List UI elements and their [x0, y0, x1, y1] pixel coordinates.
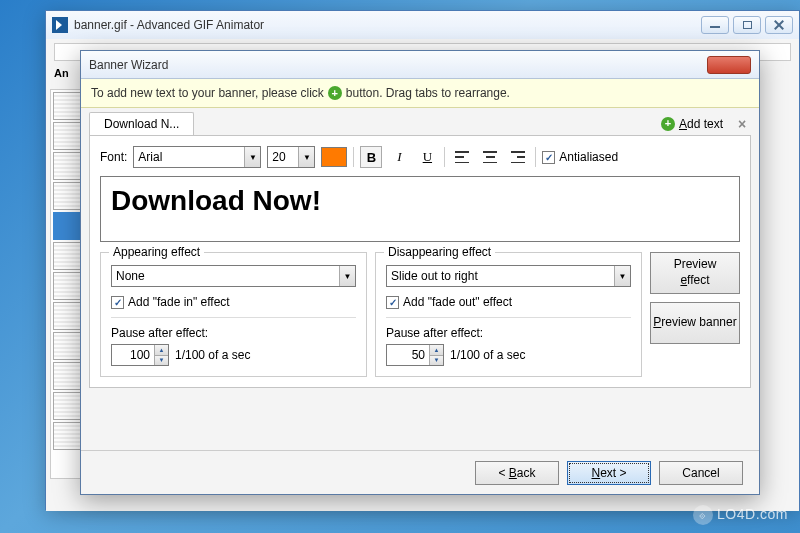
antialiased-checkbox[interactable]: ✓ Antialiased — [542, 150, 618, 164]
checkbox-icon: ✓ — [386, 296, 399, 309]
preview-banner-button[interactable]: Preview banner — [650, 302, 740, 344]
watermark-icon: ⟐ — [693, 505, 713, 525]
pause-label: Pause after effect: — [386, 326, 631, 340]
appearing-effect-input[interactable] — [112, 266, 339, 286]
add-icon: + — [328, 86, 342, 100]
pause-unit: 1/100 of a sec — [175, 348, 250, 362]
checkbox-icon: ✓ — [542, 151, 555, 164]
align-left-button[interactable] — [451, 146, 473, 168]
dropdown-icon[interactable]: ▼ — [614, 266, 630, 286]
disappearing-pause-input[interactable] — [387, 345, 429, 365]
preview-effect-button[interactable]: Preview effect — [650, 252, 740, 294]
appearing-effect-combo[interactable]: ▼ — [111, 265, 356, 287]
appearing-pause-spinner[interactable]: ▲▼ — [111, 344, 169, 366]
spin-down-icon[interactable]: ▼ — [155, 356, 168, 366]
appearing-legend: Appearing effect — [109, 245, 204, 259]
checkbox-icon: ✓ — [111, 296, 124, 309]
close-button[interactable] — [765, 16, 793, 34]
pause-label: Pause after effect: — [111, 326, 356, 340]
appearing-pause-input[interactable] — [112, 345, 154, 365]
font-size-input[interactable] — [268, 147, 298, 167]
disappearing-effect-combo[interactable]: ▼ — [386, 265, 631, 287]
minimize-button[interactable] — [701, 16, 729, 34]
tabs-row: Download N... + Add text × — [81, 108, 759, 135]
spin-up-icon[interactable]: ▲ — [430, 345, 443, 356]
fade-out-checkbox[interactable]: ✓ Add "fade out" effect — [386, 295, 631, 309]
fade-in-label: Add "fade in" effect — [128, 295, 230, 309]
dropdown-icon[interactable]: ▼ — [339, 266, 355, 286]
back-button[interactable]: < Back — [475, 461, 559, 485]
close-tab-button[interactable]: × — [733, 115, 751, 133]
dialog-close-button[interactable] — [707, 56, 751, 74]
bold-button[interactable]: B — [360, 146, 382, 168]
text-tab[interactable]: Download N... — [89, 112, 194, 135]
disappearing-effect-group: Disappearing effect ▼ ✓ Add "fade out" e… — [375, 252, 642, 377]
appearing-effect-group: Appearing effect ▼ ✓ Add "fade in" effec… — [100, 252, 367, 377]
info-text-prefix: To add new text to your banner, please c… — [91, 86, 324, 100]
add-text-button[interactable]: + Add text — [655, 113, 729, 135]
disappearing-effect-input[interactable] — [387, 266, 614, 286]
dialog-footer: < Back Next > Cancel — [81, 450, 759, 494]
dialog-title: Banner Wizard — [89, 58, 707, 72]
spin-up-icon[interactable]: ▲ — [155, 345, 168, 356]
info-text-suffix: button. Drag tabs to rearrange. — [346, 86, 510, 100]
add-icon: + — [661, 117, 675, 131]
info-bar: To add new text to your banner, please c… — [81, 79, 759, 108]
italic-button[interactable]: I — [388, 146, 410, 168]
watermark: ⟐LO4D.com — [693, 505, 788, 525]
font-size-combo[interactable]: ▼ — [267, 146, 315, 168]
main-titlebar: banner.gif - Advanced GIF Animator — [46, 11, 799, 39]
banner-wizard-dialog: Banner Wizard To add new text to your ba… — [80, 50, 760, 495]
font-name-input[interactable] — [134, 147, 244, 167]
text-preview[interactable]: Download Now! — [100, 176, 740, 242]
pause-unit: 1/100 of a sec — [450, 348, 525, 362]
dialog-titlebar: Banner Wizard — [81, 51, 759, 79]
disappearing-pause-spinner[interactable]: ▲▼ — [386, 344, 444, 366]
font-color-swatch[interactable] — [321, 147, 347, 167]
font-name-combo[interactable]: ▼ — [133, 146, 261, 168]
maximize-button[interactable] — [733, 16, 761, 34]
font-toolbar: Font: ▼ ▼ B I U ✓ Antialiased — [100, 146, 740, 168]
tab-content: Font: ▼ ▼ B I U ✓ Antialiased D — [89, 135, 751, 388]
align-center-button[interactable] — [479, 146, 501, 168]
dropdown-icon[interactable]: ▼ — [244, 147, 260, 167]
disappearing-legend: Disappearing effect — [384, 245, 495, 259]
dropdown-icon[interactable]: ▼ — [298, 147, 314, 167]
spin-down-icon[interactable]: ▼ — [430, 356, 443, 366]
cancel-button[interactable]: Cancel — [659, 461, 743, 485]
align-right-button[interactable] — [507, 146, 529, 168]
antialiased-label: Antialiased — [559, 150, 618, 164]
fade-in-checkbox[interactable]: ✓ Add "fade in" effect — [111, 295, 356, 309]
fade-out-label: Add "fade out" effect — [403, 295, 512, 309]
font-label: Font: — [100, 150, 127, 164]
main-window-title: banner.gif - Advanced GIF Animator — [74, 18, 695, 32]
underline-button[interactable]: U — [416, 146, 438, 168]
app-icon — [52, 17, 68, 33]
next-button[interactable]: Next > — [567, 461, 651, 485]
